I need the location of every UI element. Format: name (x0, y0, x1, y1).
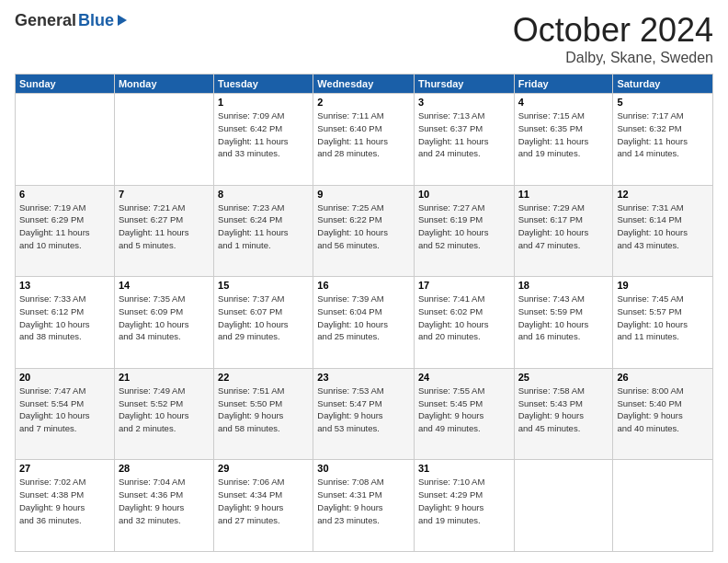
calendar-cell (514, 460, 613, 552)
day-info: Sunrise: 7:25 AM Sunset: 6:22 PM Dayligh… (317, 201, 410, 252)
header-tuesday: Tuesday (214, 75, 313, 94)
day-number: 7 (119, 189, 210, 200)
cell-content: 10Sunrise: 7:27 AM Sunset: 6:19 PM Dayli… (418, 189, 510, 253)
cell-content: 14Sunrise: 7:35 AM Sunset: 6:09 PM Dayli… (119, 280, 210, 344)
day-info: Sunrise: 7:51 AM Sunset: 5:50 PM Dayligh… (218, 385, 309, 435)
day-info: Sunrise: 7:29 AM Sunset: 6:17 PM Dayligh… (518, 201, 609, 252)
day-info: Sunrise: 7:35 AM Sunset: 6:09 PM Dayligh… (119, 293, 210, 343)
cell-content: 16Sunrise: 7:39 AM Sunset: 6:04 PM Dayli… (317, 280, 410, 344)
calendar-cell: 12Sunrise: 7:31 AM Sunset: 6:14 PM Dayli… (613, 185, 713, 277)
day-number: 11 (518, 189, 609, 200)
calendar-cell: 9Sunrise: 7:25 AM Sunset: 6:22 PM Daylig… (313, 185, 415, 277)
calendar-cell: 31Sunrise: 7:10 AM Sunset: 4:29 PM Dayli… (414, 460, 514, 552)
day-number: 3 (418, 97, 510, 108)
calendar-cell: 2Sunrise: 7:11 AM Sunset: 6:40 PM Daylig… (313, 94, 415, 186)
calendar-cell: 16Sunrise: 7:39 AM Sunset: 6:04 PM Dayli… (313, 277, 415, 369)
cell-content: 2Sunrise: 7:11 AM Sunset: 6:40 PM Daylig… (317, 97, 410, 161)
calendar-cell: 25Sunrise: 7:58 AM Sunset: 5:43 PM Dayli… (514, 368, 613, 460)
calendar-cell: 23Sunrise: 7:53 AM Sunset: 5:47 PM Dayli… (313, 368, 415, 460)
header: General Blue October 2024 Dalby, Skane, … (15, 11, 713, 66)
week-row-1: 1Sunrise: 7:09 AM Sunset: 6:42 PM Daylig… (16, 94, 713, 186)
day-info: Sunrise: 7:55 AM Sunset: 5:45 PM Dayligh… (418, 385, 510, 435)
day-info: Sunrise: 7:15 AM Sunset: 6:35 PM Dayligh… (518, 109, 609, 160)
calendar-page: General Blue October 2024 Dalby, Skane, … (0, 0, 728, 563)
header-sunday: Sunday (16, 75, 115, 94)
day-number: 16 (317, 280, 410, 291)
calendar-cell: 26Sunrise: 8:00 AM Sunset: 5:40 PM Dayli… (613, 368, 713, 460)
calendar-cell: 11Sunrise: 7:29 AM Sunset: 6:17 PM Dayli… (514, 185, 613, 277)
day-info: Sunrise: 7:02 AM Sunset: 4:38 PM Dayligh… (19, 476, 110, 526)
day-number: 30 (317, 463, 410, 474)
day-number: 1 (218, 97, 309, 108)
day-number: 18 (518, 280, 609, 291)
calendar-cell: 15Sunrise: 7:37 AM Sunset: 6:07 PM Dayli… (214, 277, 313, 369)
day-number: 17 (418, 280, 510, 291)
day-number: 24 (418, 372, 510, 383)
calendar-cell: 5Sunrise: 7:17 AM Sunset: 6:32 PM Daylig… (613, 94, 713, 186)
header-monday: Monday (114, 75, 213, 94)
day-info: Sunrise: 7:19 AM Sunset: 6:29 PM Dayligh… (19, 201, 110, 252)
cell-content: 3Sunrise: 7:13 AM Sunset: 6:37 PM Daylig… (418, 97, 510, 161)
calendar-cell: 8Sunrise: 7:23 AM Sunset: 6:24 PM Daylig… (214, 185, 313, 277)
cell-content: 25Sunrise: 7:58 AM Sunset: 5:43 PM Dayli… (518, 372, 609, 436)
day-info: Sunrise: 7:21 AM Sunset: 6:27 PM Dayligh… (119, 201, 210, 252)
day-number: 9 (317, 189, 410, 200)
day-info: Sunrise: 7:10 AM Sunset: 4:29 PM Dayligh… (418, 476, 510, 526)
cell-content: 18Sunrise: 7:43 AM Sunset: 5:59 PM Dayli… (518, 280, 609, 344)
month-title: October 2024 (513, 11, 713, 50)
cell-content: 15Sunrise: 7:37 AM Sunset: 6:07 PM Dayli… (218, 280, 309, 344)
day-info: Sunrise: 7:08 AM Sunset: 4:31 PM Dayligh… (317, 476, 410, 526)
day-info: Sunrise: 7:47 AM Sunset: 5:54 PM Dayligh… (19, 385, 110, 435)
day-info: Sunrise: 7:06 AM Sunset: 4:34 PM Dayligh… (218, 476, 309, 526)
logo-general: General (15, 11, 76, 30)
cell-content: 6Sunrise: 7:19 AM Sunset: 6:29 PM Daylig… (19, 189, 110, 253)
calendar-cell: 27Sunrise: 7:02 AM Sunset: 4:38 PM Dayli… (16, 460, 115, 552)
calendar-cell: 17Sunrise: 7:41 AM Sunset: 6:02 PM Dayli… (414, 277, 514, 369)
week-row-4: 20Sunrise: 7:47 AM Sunset: 5:54 PM Dayli… (16, 368, 713, 460)
day-number: 12 (617, 189, 709, 200)
day-number: 4 (518, 97, 609, 108)
calendar-cell: 29Sunrise: 7:06 AM Sunset: 4:34 PM Dayli… (214, 460, 313, 552)
day-info: Sunrise: 7:11 AM Sunset: 6:40 PM Dayligh… (317, 109, 410, 160)
day-info: Sunrise: 7:43 AM Sunset: 5:59 PM Dayligh… (518, 293, 609, 343)
day-info: Sunrise: 7:04 AM Sunset: 4:36 PM Dayligh… (119, 476, 210, 526)
cell-content: 30Sunrise: 7:08 AM Sunset: 4:31 PM Dayli… (317, 463, 410, 527)
day-number: 15 (218, 280, 309, 291)
calendar-cell: 4Sunrise: 7:15 AM Sunset: 6:35 PM Daylig… (514, 94, 613, 186)
calendar-cell: 6Sunrise: 7:19 AM Sunset: 6:29 PM Daylig… (16, 185, 115, 277)
day-number: 27 (19, 463, 110, 474)
cell-content: 24Sunrise: 7:55 AM Sunset: 5:45 PM Dayli… (418, 372, 510, 436)
calendar-cell: 30Sunrise: 7:08 AM Sunset: 4:31 PM Dayli… (313, 460, 415, 552)
day-info: Sunrise: 7:17 AM Sunset: 6:32 PM Dayligh… (617, 109, 709, 160)
cell-content: 5Sunrise: 7:17 AM Sunset: 6:32 PM Daylig… (617, 97, 709, 161)
day-number: 10 (418, 189, 510, 200)
calendar-cell: 18Sunrise: 7:43 AM Sunset: 5:59 PM Dayli… (514, 277, 613, 369)
day-info: Sunrise: 7:31 AM Sunset: 6:14 PM Dayligh… (617, 201, 709, 252)
week-row-5: 27Sunrise: 7:02 AM Sunset: 4:38 PM Dayli… (16, 460, 713, 552)
week-row-2: 6Sunrise: 7:19 AM Sunset: 6:29 PM Daylig… (16, 185, 713, 277)
cell-content: 8Sunrise: 7:23 AM Sunset: 6:24 PM Daylig… (218, 189, 309, 253)
day-number: 19 (617, 280, 709, 291)
day-info: Sunrise: 7:58 AM Sunset: 5:43 PM Dayligh… (518, 385, 609, 435)
calendar-cell: 21Sunrise: 7:49 AM Sunset: 5:52 PM Dayli… (114, 368, 213, 460)
day-number: 23 (317, 372, 410, 383)
calendar-cell: 1Sunrise: 7:09 AM Sunset: 6:42 PM Daylig… (214, 94, 313, 186)
day-info: Sunrise: 7:13 AM Sunset: 6:37 PM Dayligh… (418, 109, 510, 160)
calendar-cell (613, 460, 713, 552)
logo: General Blue (15, 11, 127, 30)
day-info: Sunrise: 7:33 AM Sunset: 6:12 PM Dayligh… (19, 293, 110, 343)
header-saturday: Saturday (613, 75, 713, 94)
day-number: 20 (19, 372, 110, 383)
day-number: 28 (119, 463, 210, 474)
cell-content: 26Sunrise: 8:00 AM Sunset: 5:40 PM Dayli… (617, 372, 709, 436)
cell-content: 11Sunrise: 7:29 AM Sunset: 6:17 PM Dayli… (518, 189, 609, 253)
calendar-cell (16, 94, 115, 186)
cell-content: 20Sunrise: 7:47 AM Sunset: 5:54 PM Dayli… (19, 372, 110, 436)
day-number: 22 (218, 372, 309, 383)
calendar-cell: 13Sunrise: 7:33 AM Sunset: 6:12 PM Dayli… (16, 277, 115, 369)
cell-content: 19Sunrise: 7:45 AM Sunset: 5:57 PM Dayli… (617, 280, 709, 344)
cell-content: 9Sunrise: 7:25 AM Sunset: 6:22 PM Daylig… (317, 189, 410, 253)
cell-content: 17Sunrise: 7:41 AM Sunset: 6:02 PM Dayli… (418, 280, 510, 344)
cell-content: 23Sunrise: 7:53 AM Sunset: 5:47 PM Dayli… (317, 372, 410, 436)
day-info: Sunrise: 7:09 AM Sunset: 6:42 PM Dayligh… (218, 109, 309, 160)
